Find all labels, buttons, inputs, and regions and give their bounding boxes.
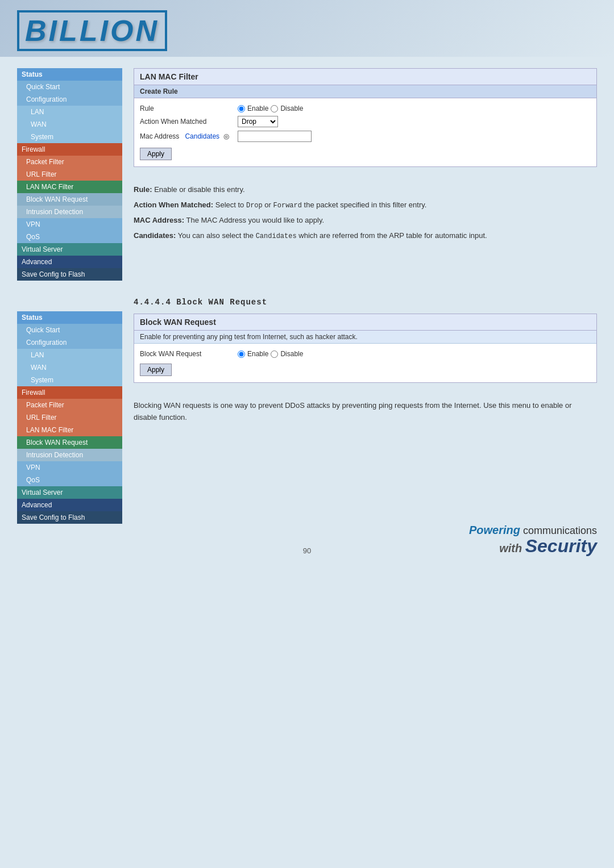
desc-mac-key: MAC Address: — [134, 216, 184, 224]
sidebar-item-save-config[interactable]: Save Config to Flash — [17, 268, 122, 281]
sidebar-item-vpn[interactable]: VPN — [17, 218, 122, 231]
desc-candidates-key: Candidates: — [134, 231, 176, 240]
block-wan-description: Blocking WAN requests is one way to prev… — [134, 394, 597, 439]
sidebar2-item-virtual-server[interactable]: Virtual Server — [17, 486, 122, 499]
sidebar-item-block-wan-request[interactable]: Block WAN Request — [17, 193, 122, 206]
desc-rule: Rule: Enable or disable this entry. — [134, 184, 597, 196]
rule-disable-radio[interactable] — [271, 105, 278, 112]
sidebar2-item-packet-filter[interactable]: Packet Filter — [17, 399, 122, 411]
apply-button-1[interactable]: Apply — [140, 148, 172, 160]
candidates-link[interactable]: Candidates — [185, 132, 219, 140]
block-wan-info: Enable for preventing any ping test from… — [134, 331, 596, 344]
block-wan-enable-label: Enable — [247, 350, 268, 358]
lan-mac-filter-body: Rule Enable Disable Action When Matched … — [134, 98, 596, 166]
rule-radio-group: Enable Disable — [238, 105, 303, 112]
sidebar-2: Status Quick Start Configuration LAN WAN… — [17, 292, 122, 524]
rule-row: Rule Enable Disable — [140, 103, 591, 114]
sidebar2-item-advanced[interactable]: Advanced — [17, 499, 122, 511]
sidebar2-item-configuration[interactable]: Configuration — [17, 336, 122, 349]
sidebar-item-wan[interactable]: WAN — [17, 118, 122, 131]
footer-brand: Powering communications with Security — [469, 524, 597, 555]
block-wan-disable-radio[interactable] — [271, 350, 278, 358]
sidebar-item-lan-mac-filter[interactable]: LAN MAC Filter — [17, 181, 122, 193]
sidebar-item-packet-filter[interactable]: Packet Filter — [17, 156, 122, 168]
block-wan-desc-text: Blocking WAN requests is one way to prev… — [134, 400, 597, 424]
security-text: with Security — [469, 537, 597, 555]
sidebar-item-url-filter[interactable]: URL Filter — [17, 168, 122, 181]
sidebar2-item-quickstart[interactable]: Quick Start — [17, 324, 122, 336]
sidebar-item-intrusion-detection[interactable]: Intrusion Detection — [17, 206, 122, 218]
sidebar2-item-firewall[interactable]: Firewall — [17, 386, 122, 399]
sidebar-item-lan[interactable]: LAN — [17, 106, 122, 118]
create-rule-subtitle: Create Rule — [134, 85, 596, 98]
action-select[interactable]: Drop Forward — [238, 116, 278, 127]
apply-row-1: Apply — [140, 144, 591, 162]
brand-with: with — [499, 542, 525, 554]
desc-action-code1: Drop — [246, 202, 263, 210]
sidebar-item-quickstart[interactable]: Quick Start — [17, 81, 122, 93]
desc-candidates-post: which are referred from the ARP table fo… — [297, 231, 487, 240]
lan-mac-filter-table: LAN MAC Filter Create Rule Rule Enable D… — [134, 68, 597, 167]
sidebar-item-qos[interactable]: QoS — [17, 231, 122, 243]
lan-mac-filter-panel: LAN MAC Filter Create Rule Rule Enable D… — [134, 68, 597, 281]
brand-security: Security — [525, 536, 597, 556]
sidebar2-item-lan[interactable]: LAN — [17, 349, 122, 361]
rule-label: Rule — [140, 105, 231, 112]
sidebar2-item-save[interactable]: Save Config to Flash — [17, 511, 122, 524]
apply-row-2: Apply — [140, 360, 591, 378]
logo-bar: BILLION — [0, 0, 614, 57]
lan-mac-filter-title: LAN MAC Filter — [134, 69, 596, 85]
desc-candidates: Candidates: You can also select the Cand… — [134, 230, 597, 242]
desc-action-post: the packet specified in this filter entr… — [302, 201, 426, 209]
sidebar2-item-url-filter[interactable]: URL Filter — [17, 411, 122, 424]
sidebar-item-advanced[interactable]: Advanced — [17, 256, 122, 268]
block-wan-panel: 4.4.4.4 Block WAN Request Block WAN Requ… — [134, 292, 597, 524]
block-wan-radio-group: Enable Disable — [238, 350, 303, 358]
sidebar-item-virtual-server[interactable]: Virtual Server — [17, 243, 122, 256]
desc-action: Action When Matched: Select to Drop or F… — [134, 199, 597, 211]
desc-rule-key: Rule: — [134, 185, 152, 194]
page-number: 90 — [303, 546, 311, 555]
brand-powering: Powering — [469, 524, 520, 536]
block-wan-enable-radio[interactable] — [238, 350, 245, 358]
block-wan-title: Block WAN Request — [134, 314, 596, 331]
mac-address-label: Mac Address Candidates ◎ — [140, 132, 231, 140]
sidebar2-item-status[interactable]: Status — [17, 311, 122, 324]
apply-button-2[interactable]: Apply — [140, 364, 172, 376]
desc-candidates-code: Candidates — [256, 232, 297, 240]
sidebar2-item-qos[interactable]: QoS — [17, 474, 122, 486]
block-wan-body: Block WAN Request Enable Disable Apply — [134, 344, 596, 382]
desc-action-mid: or — [263, 201, 273, 209]
sidebar-item-firewall[interactable]: Firewall — [17, 143, 122, 156]
mac-input-control — [238, 131, 312, 142]
desc-mac: MAC Address: The MAC Address you would l… — [134, 215, 597, 227]
rule-enable-radio[interactable] — [238, 105, 245, 112]
desc-action-key: Action When Matched: — [134, 201, 213, 209]
sidebar2-item-intrusion[interactable]: Intrusion Detection — [17, 449, 122, 461]
lan-mac-filter-description: Rule: Enable or disable this entry. Acti… — [134, 178, 597, 257]
sidebar-item-status[interactable]: Status — [17, 68, 122, 81]
mac-address-input[interactable] — [238, 131, 312, 142]
rule-enable-label: Enable — [247, 105, 268, 112]
rule-disable-label: Disable — [280, 105, 303, 112]
section-heading-block-wan: 4.4.4.4 Block WAN Request — [134, 298, 597, 307]
block-wan-table: Block WAN Request Enable for preventing … — [134, 314, 597, 383]
sidebar2-item-vpn[interactable]: VPN — [17, 461, 122, 474]
desc-action-pre: Select to — [215, 201, 246, 209]
desc-rule-value: Enable or disable this entry. — [154, 185, 244, 194]
sidebar-item-system[interactable]: System — [17, 131, 122, 143]
sidebar2-item-lan-mac-filter[interactable]: LAN MAC Filter — [17, 424, 122, 436]
sidebar-item-configuration[interactable]: Configuration — [17, 93, 122, 106]
sidebar2-item-wan[interactable]: WAN — [17, 361, 122, 374]
mac-address-row: Mac Address Candidates ◎ — [140, 129, 591, 144]
powering-text: Powering communications — [469, 524, 597, 537]
desc-mac-value: The MAC Address you would like to apply. — [186, 216, 324, 224]
footer: 90 Powering communications with Security — [0, 535, 614, 566]
desc-candidates-pre: You can also select the — [178, 231, 256, 240]
sidebar2-item-system[interactable]: System — [17, 374, 122, 386]
lan-mac-filter-section: Status Quick Start Configuration LAN WAN… — [0, 57, 614, 292]
block-wan-disable-label: Disable — [280, 350, 303, 358]
action-control: Drop Forward — [238, 116, 278, 127]
block-wan-row: Block WAN Request Enable Disable — [140, 348, 591, 360]
sidebar2-item-block-wan[interactable]: Block WAN Request — [17, 436, 122, 449]
